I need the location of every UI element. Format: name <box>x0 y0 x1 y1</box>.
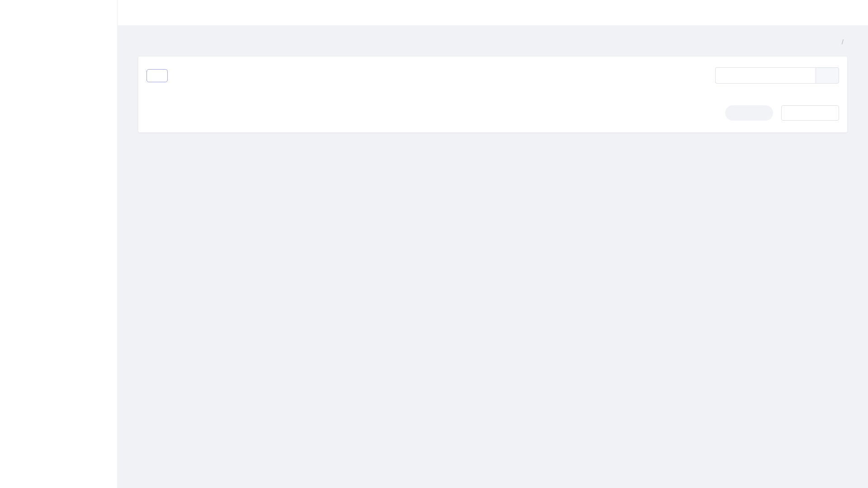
page-size-select[interactable] <box>781 105 839 121</box>
next-page-button[interactable] <box>757 107 769 119</box>
sidebar <box>0 0 118 488</box>
app-logo <box>0 0 117 25</box>
chevron-left-icon <box>732 110 739 116</box>
table-footer <box>146 105 839 121</box>
page-header: / <box>118 25 868 56</box>
table-toolbar <box>146 67 839 84</box>
topbar <box>118 0 868 25</box>
breadcrumb-separator: / <box>842 38 844 46</box>
search-group <box>715 67 839 84</box>
chevron-down-icon <box>828 110 834 116</box>
main-content: / <box>118 25 868 488</box>
sidebar-fold-icon[interactable] <box>130 8 140 18</box>
breadcrumb: / <box>827 38 847 46</box>
pagination <box>725 105 773 121</box>
search-icon <box>824 72 831 79</box>
person-name-search-input[interactable] <box>715 67 816 84</box>
refresh-icon <box>153 73 159 79</box>
content-card <box>138 56 847 132</box>
app-root: / <box>0 0 868 488</box>
refresh-table-button[interactable] <box>146 69 168 82</box>
location-pin-icon <box>827 38 835 46</box>
search-button[interactable] <box>816 67 839 84</box>
chevron-right-icon <box>760 110 766 116</box>
prev-page-button[interactable] <box>730 107 741 119</box>
